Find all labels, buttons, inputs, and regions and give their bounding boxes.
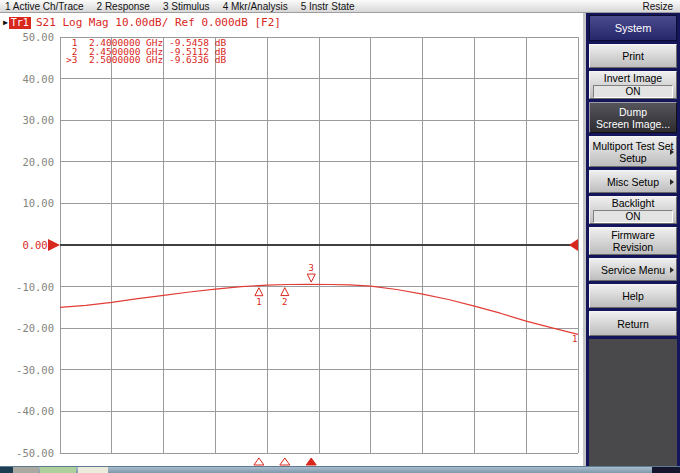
softkey-label: Setup: [619, 152, 646, 164]
reference-level-label: 0.000: [4, 239, 54, 251]
softkey-menu-title: System: [589, 15, 677, 41]
softkey-label: Firmware: [611, 229, 655, 241]
softkey-label: Misc Setup: [607, 176, 659, 188]
plot-svg: 1123: [60, 37, 578, 453]
softkey-label: Revision: [613, 241, 653, 253]
softkey-label: Invert Image: [604, 72, 662, 84]
softkey-sidebar: System PrintInvert ImageONDumpScreen Ima…: [583, 13, 680, 466]
y-axis-tick-label: 20.00: [4, 156, 54, 168]
softkey-label: Backlight: [612, 197, 655, 209]
graticule: 1123: [60, 37, 578, 453]
softkey-label: Help: [622, 290, 644, 302]
trace-format-text: S21 Log Mag 10.00dB/ Ref 0.000dB [F2]: [36, 16, 281, 29]
softkey-service-menu[interactable]: Service Menu: [589, 258, 677, 281]
submenu-arrow-icon: [670, 179, 674, 185]
y-axis-tick-label: -10.00: [4, 281, 54, 293]
softkey-value: ON: [593, 210, 673, 223]
resize-button[interactable]: Resize: [642, 1, 673, 12]
softkey-value: ON: [593, 85, 673, 98]
menu-item-2-response[interactable]: 2 Response: [97, 1, 150, 12]
softkey-firmware-revision[interactable]: FirmwareRevision: [589, 227, 677, 255]
y-axis-tick-label: 10.00: [4, 197, 54, 209]
softkey-multiport-test-set-setup[interactable]: Multiport Test SetSetup: [589, 136, 677, 167]
y-axis-tick-label: -40.00: [4, 405, 54, 417]
softkey-return[interactable]: Return: [589, 311, 677, 336]
marker-1-number: 1: [256, 297, 261, 307]
active-trace-arrow-icon: ▶: [3, 17, 8, 28]
softkey-label: Dump: [619, 106, 647, 118]
marker-2-number: 2: [282, 297, 287, 307]
trace-status-line: ▶ Tr1 S21 Log Mag 10.00dB/ Ref 0.000dB […: [3, 16, 281, 29]
softkey-label: Screen Image...: [596, 118, 670, 130]
trace-number-label: 1: [572, 334, 577, 344]
marker-3-number: 3: [309, 263, 314, 273]
menu-bar: 1 Active Ch/Trace2 Response3 Stimulus4 M…: [0, 0, 680, 13]
taskbar-segment[interactable]: [13, 467, 39, 473]
y-axis-tick-label: 30.00: [4, 114, 54, 126]
taskbar-corner[interactable]: [652, 467, 680, 473]
y-axis-tick-label: -20.00: [4, 322, 54, 334]
softkey-label: Print: [622, 50, 644, 62]
submenu-arrow-icon: [670, 267, 674, 273]
softkey-label: Multiport Test Set: [593, 140, 674, 152]
softkey-label: Return: [617, 318, 649, 330]
taskbar-start-area[interactable]: [0, 467, 13, 473]
taskbar-app-button[interactable]: [40, 467, 76, 473]
taskbar[interactable]: [0, 466, 680, 473]
trace-badge: Tr1: [9, 17, 31, 29]
reference-marker-right-icon: [569, 239, 578, 251]
marker-2-icon[interactable]: [281, 288, 289, 296]
sidebar-empty-area: [589, 339, 677, 466]
menu-item-1-active-ch-trace[interactable]: 1 Active Ch/Trace: [5, 1, 84, 12]
y-axis-tick-label: 50.00: [4, 31, 54, 43]
softkey-invert-image[interactable]: Invert ImageON: [589, 71, 677, 99]
y-axis-tick-label: -50.00: [4, 447, 54, 459]
y-axis-tick-label: -30.00: [4, 364, 54, 376]
softkey-help[interactable]: Help: [589, 284, 677, 308]
softkey-misc-setup[interactable]: Misc Setup: [589, 170, 677, 193]
menu-item-5-instr-state[interactable]: 5 Instr State: [301, 1, 355, 12]
marker-1-icon[interactable]: [255, 288, 263, 296]
marker-readout-row: >3 2.5000000 GHz -9.6336 dB: [66, 56, 226, 65]
menu-item-3-stimulus[interactable]: 3 Stimulus: [163, 1, 210, 12]
menu-item-4-mkr-analysis[interactable]: 4 Mkr/Analysis: [223, 1, 288, 12]
softkey-backlight[interactable]: BacklightON: [589, 196, 677, 224]
marker-readout-table: 1 2.4000000 GHz -9.5458 dB 2 2.4500000 G…: [66, 39, 226, 65]
y-axis-tick-label: 40.00: [4, 73, 54, 85]
softkey-print[interactable]: Print: [589, 44, 677, 68]
taskbar-app-button[interactable]: [78, 467, 108, 473]
submenu-arrow-icon: [670, 149, 674, 155]
softkey-dump-screen-image[interactable]: DumpScreen Image...: [589, 102, 677, 133]
softkey-label: Service Menu: [601, 264, 665, 276]
marker-3-icon[interactable]: [307, 274, 315, 282]
